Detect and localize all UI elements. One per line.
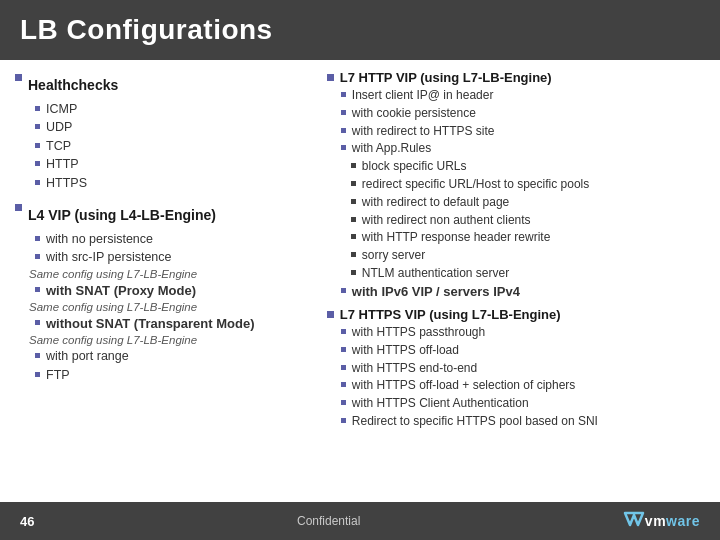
ar-item-6: sorry server bbox=[362, 247, 425, 264]
l4-subitems2: with SNAT (Proxy Mode) bbox=[25, 282, 312, 300]
healthchecks-title: Healthchecks bbox=[28, 76, 118, 96]
note3: Same config using L7-LB-Engine bbox=[29, 334, 312, 346]
l4-item-6: FTP bbox=[46, 367, 70, 385]
bullet-icon bbox=[15, 74, 22, 81]
vmware-text: vmware bbox=[645, 513, 700, 529]
list-item: Redirect to specific HTTPS pool based on… bbox=[341, 413, 705, 430]
bullet-icon bbox=[351, 234, 356, 239]
section2-title-item: L4 VIP (using L4-LB-Engine) bbox=[15, 200, 312, 229]
l4-vip-title: L4 VIP (using L4-LB-Engine) bbox=[28, 206, 216, 226]
bullet-icon bbox=[351, 252, 356, 257]
content-area: Healthchecks ICMP UDP TCP HTTP bbox=[0, 60, 720, 490]
list-item: with HTTPS Client Authentication bbox=[341, 395, 705, 412]
note2: Same config using L7-LB-Engine bbox=[29, 301, 312, 313]
https-item-5: with HTTPS Client Authentication bbox=[352, 395, 529, 412]
l4-item-5: with port range bbox=[46, 348, 129, 366]
footer: 46 Confidential vmware bbox=[0, 502, 720, 540]
bullet-icon bbox=[327, 74, 334, 81]
bullet-icon bbox=[35, 287, 40, 292]
l7-http-title: L7 HTTP VIP (using L7-LB-Engine) bbox=[340, 70, 552, 85]
bullet-icon bbox=[351, 163, 356, 168]
bullet-icon bbox=[351, 270, 356, 275]
bullet-icon bbox=[351, 181, 356, 186]
l4-subitems: with no persistence with src-IP persiste… bbox=[25, 231, 312, 267]
ar-item-3: with redirect to default page bbox=[362, 194, 509, 211]
bullet-icon bbox=[327, 311, 334, 318]
hc-item-2: UDP bbox=[46, 119, 72, 137]
bullet-icon bbox=[15, 204, 22, 211]
list-item: FTP bbox=[25, 367, 312, 385]
hc-item-3: TCP bbox=[46, 138, 71, 156]
list-item: NTLM authentication server bbox=[351, 265, 705, 282]
bullet-icon bbox=[35, 143, 40, 148]
list-item: redirect specific URL/Host to specific p… bbox=[351, 176, 705, 193]
header: LB Configurations bbox=[0, 0, 720, 60]
hc-item-5: HTTPS bbox=[46, 175, 87, 193]
bullet-icon bbox=[35, 180, 40, 185]
vmware-logo: vmware bbox=[623, 511, 700, 531]
r-extra: with IPv6 VIP / servers IPv4 bbox=[352, 283, 520, 301]
ar-item-5: with HTTP response header rewrite bbox=[362, 229, 551, 246]
bullet-icon bbox=[35, 124, 40, 129]
section1-title-item: Healthchecks bbox=[15, 70, 312, 99]
list-item: with HTTPS off-load + selection of ciphe… bbox=[341, 377, 705, 394]
list-item: with redirect non authent clients bbox=[351, 212, 705, 229]
bullet-icon bbox=[341, 382, 346, 387]
list-item: with port range bbox=[25, 348, 312, 366]
right-column: L7 HTTP VIP (using L7-LB-Engine) Insert … bbox=[322, 70, 705, 490]
bullet-icon bbox=[341, 347, 346, 352]
list-item: with no persistence bbox=[25, 231, 312, 249]
vmware-logo-icon bbox=[623, 511, 645, 527]
r-section2-title-item: L7 HTTPS VIP (using L7-LB-Engine) bbox=[327, 307, 705, 322]
approles-subitems: block specific URLs redirect specific UR… bbox=[351, 158, 705, 282]
r-item-1: Insert client IP@ in header bbox=[352, 87, 494, 104]
list-item: with SNAT (Proxy Mode) bbox=[25, 282, 312, 300]
bullet-icon bbox=[341, 329, 346, 334]
slide: LB Configurations Healthchecks ICMP UDP bbox=[0, 0, 720, 540]
l7-https-title: L7 HTTPS VIP (using L7-LB-Engine) bbox=[340, 307, 561, 322]
l7-http-items: Insert client IP@ in header with cookie … bbox=[327, 87, 705, 301]
ar-item-2: redirect specific URL/Host to specific p… bbox=[362, 176, 589, 193]
r-item-3: with redirect to HTTPS site bbox=[352, 123, 495, 140]
confidential-label: Confidential bbox=[297, 514, 360, 528]
hc-item-1: ICMP bbox=[46, 101, 77, 119]
list-item: block specific URLs bbox=[351, 158, 705, 175]
l4-subitems3: without SNAT (Transparent Mode) bbox=[25, 315, 312, 333]
bullet-icon bbox=[341, 365, 346, 370]
l4-subitems4: with port range FTP bbox=[25, 348, 312, 384]
bullet-icon bbox=[341, 400, 346, 405]
bullet-icon bbox=[351, 199, 356, 204]
bullet-icon bbox=[341, 128, 346, 133]
list-item: TCP bbox=[25, 138, 312, 156]
bullet-icon bbox=[341, 418, 346, 423]
bullet-icon bbox=[351, 217, 356, 222]
page-number: 46 bbox=[20, 514, 34, 529]
https-item-4: with HTTPS off-load + selection of ciphe… bbox=[352, 377, 576, 394]
list-item: with App.Rules bbox=[341, 140, 705, 157]
l4-item-2: with src-IP persistence bbox=[46, 249, 172, 267]
list-item: ICMP bbox=[25, 101, 312, 119]
bullet-icon bbox=[35, 353, 40, 358]
list-item: with cookie persistence bbox=[341, 105, 705, 122]
svg-marker-0 bbox=[625, 513, 643, 525]
healthchecks-subitems: ICMP UDP TCP HTTP HTTPS bbox=[25, 101, 312, 193]
bullet-icon bbox=[35, 161, 40, 166]
l7-https-items: with HTTPS passthrough with HTTPS off-lo… bbox=[327, 324, 705, 430]
bullet-icon bbox=[341, 110, 346, 115]
l4-item-4: without SNAT (Transparent Mode) bbox=[46, 315, 254, 333]
ar-item-1: block specific URLs bbox=[362, 158, 467, 175]
list-item: HTTPS bbox=[25, 175, 312, 193]
bullet-icon bbox=[35, 320, 40, 325]
left-column: Healthchecks ICMP UDP TCP HTTP bbox=[15, 70, 322, 490]
list-item: with HTTPS passthrough bbox=[341, 324, 705, 341]
list-item: Insert client IP@ in header bbox=[341, 87, 705, 104]
list-item: with src-IP persistence bbox=[25, 249, 312, 267]
hc-item-4: HTTP bbox=[46, 156, 79, 174]
list-item: with HTTP response header rewrite bbox=[351, 229, 705, 246]
list-item: with HTTPS end-to-end bbox=[341, 360, 705, 377]
bullet-icon bbox=[341, 145, 346, 150]
list-item: with IPv6 VIP / servers IPv4 bbox=[341, 283, 705, 301]
bullet-icon bbox=[35, 372, 40, 377]
slide-title: LB Configurations bbox=[20, 14, 273, 46]
list-item: with redirect to HTTPS site bbox=[341, 123, 705, 140]
